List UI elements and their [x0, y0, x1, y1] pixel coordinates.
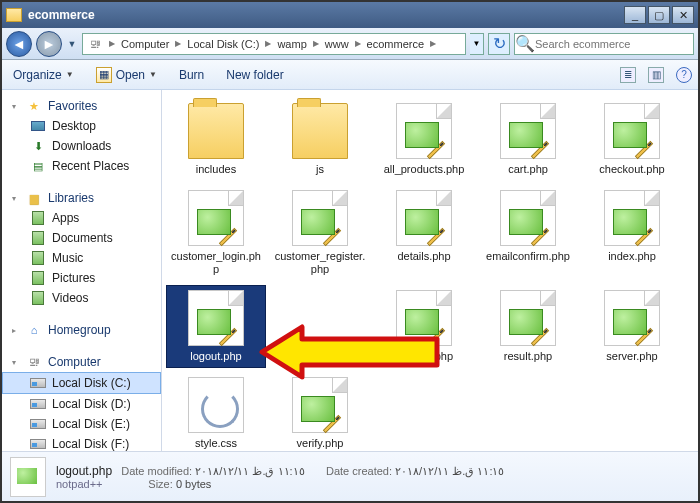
addr-seg-wamp[interactable]: wamp	[273, 38, 310, 50]
history-dropdown[interactable]: ▼	[66, 39, 78, 49]
addr-seg-ecommerce[interactable]: ecommerce	[363, 38, 428, 50]
organize-menu[interactable]: Organize ▼	[8, 65, 79, 85]
chevron-right-icon[interactable]: ▶	[428, 39, 438, 48]
file-tile[interactable]: js	[270, 98, 370, 181]
command-bar: Organize ▼ ▦Open ▼ Burn New folder ≣ ▥ ?	[2, 60, 698, 90]
nav-favorites-header[interactable]: ▾★Favorites	[2, 96, 161, 116]
nav-disk-c[interactable]: Local Disk (C:)	[2, 372, 161, 394]
php-icon	[604, 190, 660, 246]
nav-computer-header[interactable]: ▾🖳Computer	[2, 352, 161, 372]
forward-button[interactable]: ►	[36, 31, 62, 57]
search-icon: 🔍	[515, 34, 533, 53]
collapse-icon: ▾	[12, 358, 20, 366]
file-tile[interactable]: details.php	[374, 185, 474, 281]
library-icon	[30, 270, 46, 286]
file-tile[interactable]: request.php	[374, 285, 474, 368]
file-tile[interactable]: cart.php	[478, 98, 578, 181]
file-label: server.php	[606, 350, 657, 363]
details-modified-label: Date modified:	[121, 465, 192, 477]
file-tile[interactable]: customer_login.php	[166, 185, 266, 281]
view-options-button[interactable]: ≣	[620, 67, 636, 83]
file-label: cart.php	[508, 163, 548, 176]
minimize-button[interactable]: _	[624, 6, 646, 24]
nav-disk-e[interactable]: Local Disk (E:)	[2, 414, 161, 434]
nav-homegroup-header[interactable]: ▸⌂Homegroup	[2, 320, 161, 340]
file-list[interactable]: includesjsall_products.phpcart.phpchecko…	[162, 90, 698, 451]
file-tile[interactable]: emailconfirm.php	[478, 185, 578, 281]
details-pane: logout.php Date modified: ١١:١٥ ق.ظ ٢٠١٨…	[2, 451, 698, 501]
nav-documents[interactable]: Documents	[2, 228, 161, 248]
chevron-right-icon[interactable]: ▶	[353, 39, 363, 48]
nav-videos[interactable]: Videos	[2, 288, 161, 308]
burn-button[interactable]: Burn	[174, 65, 209, 85]
address-dropdown[interactable]: ▼	[470, 33, 484, 55]
search-input[interactable]	[533, 37, 693, 51]
addr-seg-www[interactable]: www	[321, 38, 353, 50]
addr-seg-computer[interactable]: Computer	[117, 38, 173, 50]
php-icon	[396, 190, 452, 246]
details-app: notpad++	[56, 478, 103, 490]
help-button[interactable]: ?	[676, 67, 692, 83]
file-label: customer_login.php	[169, 250, 263, 276]
file-label: logout.php	[190, 350, 241, 363]
file-tile[interactable]: includes	[166, 98, 266, 181]
file-tile[interactable]: index.php	[582, 185, 682, 281]
navigation-bar: ◄ ► ▼ 🖳 ▶ Computer ▶ Local Disk (C:) ▶ w…	[2, 28, 698, 60]
addr-computer-icon[interactable]: 🖳	[83, 36, 107, 52]
nav-disk-d[interactable]: Local Disk (D:)	[2, 394, 161, 414]
close-button[interactable]: ✕	[672, 6, 694, 24]
nav-music[interactable]: Music	[2, 248, 161, 268]
file-label: customer_register.php	[273, 250, 367, 276]
file-tile[interactable]: result.php	[478, 285, 578, 368]
file-tile[interactable]: customer_register.php	[270, 185, 370, 281]
back-button[interactable]: ◄	[6, 31, 32, 57]
details-created-value: ١١:١٥ ق.ظ ٢٠١٨/١٢/١١	[395, 465, 504, 477]
library-icon	[30, 230, 46, 246]
nav-pictures[interactable]: Pictures	[2, 268, 161, 288]
file-label: checkout.php	[599, 163, 664, 176]
php-icon	[188, 290, 244, 346]
php-icon	[500, 190, 556, 246]
chevron-right-icon[interactable]: ▶	[107, 39, 117, 48]
php-icon	[292, 190, 348, 246]
open-icon: ▦	[96, 67, 112, 83]
collapse-icon: ▾	[12, 194, 20, 202]
nav-desktop[interactable]: Desktop	[2, 116, 161, 136]
file-tile[interactable]: logout.php	[166, 285, 266, 368]
file-tile[interactable]: style.css	[166, 372, 266, 451]
nav-apps[interactable]: Apps	[2, 208, 161, 228]
nav-recent[interactable]: ▤Recent Places	[2, 156, 161, 176]
chevron-right-icon[interactable]: ▶	[263, 39, 273, 48]
file-tile[interactable]: server.php	[582, 285, 682, 368]
chevron-down-icon: ▼	[66, 70, 74, 79]
nav-downloads[interactable]: ⬇Downloads	[2, 136, 161, 156]
maximize-button[interactable]: ▢	[648, 6, 670, 24]
file-tile[interactable]: all_products.php	[374, 98, 474, 181]
address-bar[interactable]: 🖳 ▶ Computer ▶ Local Disk (C:) ▶ wamp ▶ …	[82, 33, 466, 55]
nav-disk-f[interactable]: Local Disk (F:)	[2, 434, 161, 451]
nav-libraries-header[interactable]: ▾▆Libraries	[2, 188, 161, 208]
details-filename: logout.php	[56, 464, 112, 478]
new-folder-button[interactable]: New folder	[221, 65, 288, 85]
chevron-right-icon[interactable]: ▶	[311, 39, 321, 48]
file-label: result.php	[504, 350, 552, 363]
details-file-icon	[10, 457, 46, 497]
php-icon	[500, 103, 556, 159]
search-box[interactable]: 🔍	[514, 33, 694, 55]
chevron-right-icon[interactable]: ▶	[173, 39, 183, 48]
library-icon	[30, 290, 46, 306]
disk-icon	[30, 436, 46, 451]
details-size-value: 0 bytes	[176, 478, 211, 490]
preview-pane-button[interactable]: ▥	[648, 67, 664, 83]
folder-icon	[6, 8, 22, 22]
file-label: emailconfirm.php	[486, 250, 570, 263]
file-tile[interactable]: verify.php	[270, 372, 370, 451]
file-label: index.php	[608, 250, 656, 263]
open-menu[interactable]: ▦Open ▼	[91, 64, 162, 86]
file-tile[interactable]: checkout.php	[582, 98, 682, 181]
file-label: all_products.php	[384, 163, 465, 176]
details-modified-value: ١١:١٥ ق.ظ ٢٠١٨/١٢/١١	[195, 465, 304, 477]
addr-seg-c[interactable]: Local Disk (C:)	[183, 38, 263, 50]
details-size-label: Size:	[148, 478, 172, 490]
refresh-button[interactable]: ↻	[488, 33, 510, 55]
